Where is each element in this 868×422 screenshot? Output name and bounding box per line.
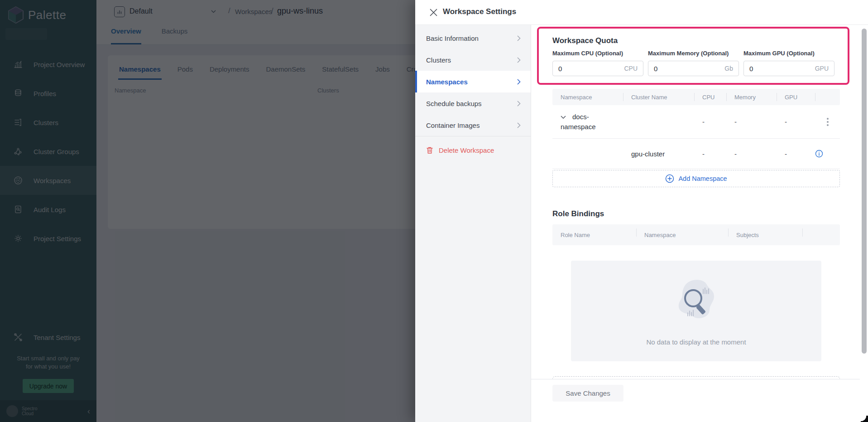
max-cpu-label: Maximum CPU (Optional) <box>552 50 643 57</box>
close-icon[interactable] <box>430 9 437 16</box>
table-row-docs-namespace: docs-namespace - - - <box>552 105 840 139</box>
window-corner <box>861 416 868 422</box>
scrollbar-thumb[interactable] <box>862 29 867 354</box>
namespace-table: Namespace Cluster Name CPU Memory GPU do… <box>552 89 840 169</box>
chevron-right-icon <box>517 101 521 107</box>
max-cpu-input[interactable] <box>553 61 607 76</box>
gpu-value: - <box>777 150 815 158</box>
menu-item-clusters[interactable]: Clusters <box>415 49 531 71</box>
empty-state: No data to display at the moment <box>571 261 821 361</box>
workspace-quota-title: Workspace Quota <box>552 36 618 45</box>
table-row-gpu-cluster: gpu-cluster - - - <box>552 139 840 169</box>
chevron-right-icon <box>517 35 521 41</box>
app-screen: Palette Project Overview Profiles <box>0 0 868 422</box>
drawer-title: Workspace Settings <box>443 7 516 16</box>
drawer-content: Workspace Quota Maximum CPU (Optional) C… <box>531 25 868 422</box>
max-memory-field: Maximum Memory (Optional) Gb <box>648 50 739 76</box>
kebab-menu-icon[interactable] <box>827 118 829 126</box>
chevron-right-icon <box>517 57 521 63</box>
drawer-menu: Basic Information Clusters Namespaces Sc… <box>415 25 531 422</box>
cpu-unit-label: CPU <box>624 65 638 72</box>
chevron-right-icon <box>517 79 521 85</box>
max-memory-input[interactable] <box>648 61 703 76</box>
gpu-value: - <box>777 118 815 126</box>
cpu-value: - <box>694 118 726 126</box>
search-illustration-icon <box>671 276 721 326</box>
empty-state-text: No data to display at the moment <box>646 338 746 346</box>
quota-fields: Maximum CPU (Optional) CPU Maximum Memor… <box>552 50 834 76</box>
memory-unit-label: Gb <box>724 65 733 72</box>
menu-item-schedule-backups[interactable]: Schedule backups <box>415 92 531 114</box>
chevron-down-icon[interactable] <box>561 116 567 119</box>
cluster-name: gpu-cluster <box>623 150 694 158</box>
memory-value: - <box>726 118 777 126</box>
max-gpu-label: Maximum GPU (Optional) <box>743 50 834 57</box>
delete-workspace-button[interactable]: Delete Workspace <box>415 136 531 164</box>
gpu-unit-label: GPU <box>815 65 829 72</box>
max-gpu-input[interactable] <box>744 61 798 76</box>
menu-item-container-images[interactable]: Container Images <box>415 114 531 136</box>
trash-icon <box>426 146 433 154</box>
add-namespace-button[interactable]: Add Namespace <box>552 170 840 187</box>
info-icon[interactable] <box>815 150 840 158</box>
plus-circle-icon <box>665 174 674 183</box>
drawer-header: Workspace Settings <box>415 0 868 25</box>
namespace-table-header: Namespace Cluster Name CPU Memory GPU <box>552 89 840 105</box>
max-memory-label: Maximum Memory (Optional) <box>648 50 739 57</box>
max-cpu-field: Maximum CPU (Optional) CPU <box>552 50 643 76</box>
max-gpu-field: Maximum GPU (Optional) GPU <box>743 50 834 76</box>
chevron-right-icon <box>517 122 521 128</box>
memory-value: - <box>726 150 777 158</box>
save-changes-button[interactable]: Save Changes <box>552 385 623 402</box>
workspace-settings-drawer: Workspace Settings Basic Information Clu… <box>415 0 868 422</box>
menu-item-basic-information[interactable]: Basic Information <box>415 27 531 49</box>
menu-item-namespaces[interactable]: Namespaces <box>415 71 531 92</box>
role-bindings-table: Role Name Namespace Subjects <box>552 224 840 245</box>
drawer-footer: Save Changes <box>531 379 860 422</box>
cpu-value: - <box>694 150 726 158</box>
role-bindings-title: Role Bindings <box>552 209 604 218</box>
role-bindings-header: Role Name Namespace Subjects <box>552 224 840 245</box>
